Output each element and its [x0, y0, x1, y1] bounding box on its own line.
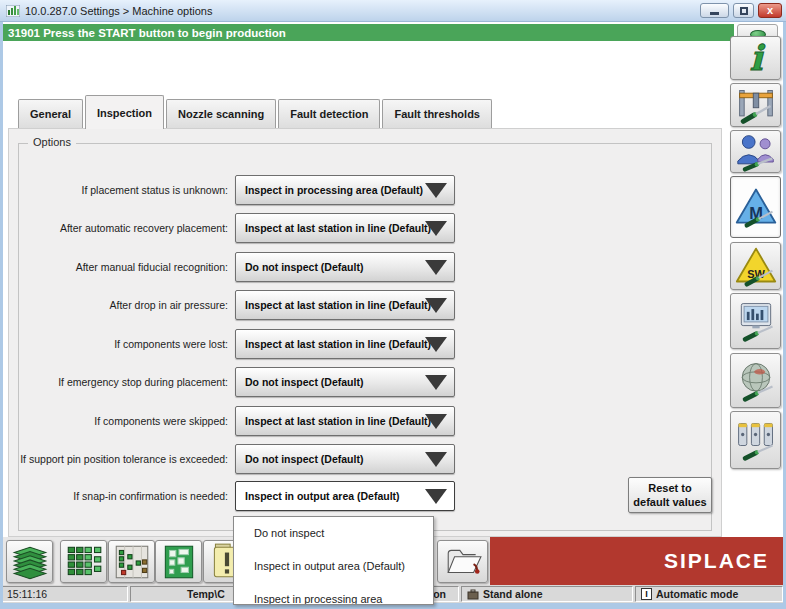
window-title: 10.0.287.0 Settings > Machine options [25, 5, 212, 17]
automatic-mode-icon: I [641, 588, 652, 600]
sidebar-machine-options-button[interactable]: M [730, 176, 781, 238]
user-setup-icon [734, 132, 778, 172]
tab-general[interactable]: General [18, 99, 83, 128]
title-bar: 10.0.287.0 Settings > Machine options x [0, 0, 786, 22]
dropdown-components-lost[interactable]: Inspect at last station in line (Default… [235, 329, 455, 359]
dropdown-emergency-stop[interactable]: Do not inspect (Default) [235, 367, 455, 397]
option-label: After drop in air pressure: [110, 290, 228, 320]
window-controls: x [700, 3, 782, 18]
status-message-bar: 31901 Press the START button to begin pr… [0, 24, 734, 41]
tab-inspection[interactable]: Inspection [85, 95, 164, 129]
component-grid-icon [63, 543, 105, 581]
chevron-down-icon [425, 298, 447, 313]
feeder-status-icon [111, 543, 153, 581]
feeder-status-button[interactable] [108, 540, 155, 583]
pcb-layout-icon [158, 543, 200, 581]
open-folder-icon [441, 543, 485, 581]
sidebar-network-settings-button[interactable] [730, 353, 781, 408]
app-icon [6, 5, 20, 17]
option-row: If components were lost: Inspect at last… [0, 329, 722, 359]
option-row: After automatic recovery placement: Insp… [0, 213, 722, 243]
pcb-layout-button[interactable] [155, 540, 202, 583]
reset-defaults-button[interactable]: Reset to default values [628, 477, 712, 513]
tab-fault-thresholds[interactable]: Fault thresholds [382, 99, 492, 128]
svg-text:i: i [749, 38, 765, 78]
option-row: If support pin position tolerance is exc… [0, 444, 722, 474]
option-row: If emergency stop during placement: Do n… [0, 367, 722, 397]
stand-alone-icon [467, 589, 479, 600]
dropdown-support-pin[interactable]: Do not inspect (Default) [235, 444, 455, 474]
board-stack-button[interactable] [6, 540, 53, 583]
dropdown-option-processing-area[interactable]: Inspect in processing area [234, 583, 433, 605]
dropdown-option-do-not-inspect[interactable]: Do not inspect [234, 517, 433, 550]
maximize-button[interactable] [733, 3, 754, 18]
window-frame-left [0, 22, 3, 609]
option-row: After manual fiducial recognition: Do no… [0, 252, 722, 282]
monitor-settings-icon [734, 299, 778, 343]
close-icon: x [767, 5, 773, 16]
chevron-down-icon [425, 183, 447, 198]
option-label: If components were skipped: [94, 406, 228, 436]
chevron-down-icon [425, 414, 447, 429]
status-mode: I Automatic mode [635, 586, 783, 602]
tab-nozzle-scanning[interactable]: Nozzle scanning [166, 99, 276, 128]
sidebar-user-setup-button[interactable] [730, 130, 781, 173]
sidebar-monitor-settings-button[interactable] [730, 293, 781, 349]
option-label: If support pin position tolerance is exc… [20, 444, 228, 474]
dropdown-air-pressure[interactable]: Inspect at last station in line (Default… [235, 290, 455, 320]
brand-banner: SIPLACE [490, 537, 783, 585]
option-row: After drop in air pressure: Inspect at l… [0, 290, 722, 320]
dropdown-snap-in-confirmation[interactable]: Inspect in output area (Default) [235, 481, 455, 511]
dropdown-option-output-area[interactable]: Inspect in output area (Default) [234, 550, 433, 583]
dropdown-manual-fiducial[interactable]: Do not inspect (Default) [235, 252, 455, 282]
sidebar-station-settings-button[interactable] [730, 411, 781, 469]
status-path-fragment-left: Temp\C [187, 588, 225, 600]
minimize-icon [710, 12, 719, 15]
chevron-down-icon [425, 260, 447, 275]
machine-setup-icon [734, 85, 778, 125]
option-label: After manual fiducial recognition: [76, 252, 228, 282]
option-label: If snap-in confirmation is needed: [73, 481, 228, 511]
network-settings-icon [734, 359, 778, 403]
dropdown-auto-recovery[interactable]: Inspect at last station in line (Default… [235, 213, 455, 243]
option-row: If components were skipped: Inspect at l… [0, 406, 722, 436]
dropdown-components-skipped[interactable]: Inspect at last station in line (Default… [235, 406, 455, 436]
option-row: If snap-in confirmation is needed: Inspe… [0, 481, 722, 511]
sidebar-software-options-button[interactable]: SW [730, 242, 781, 290]
option-label: After automatic recovery placement: [60, 213, 228, 243]
open-folder-button[interactable] [437, 540, 488, 583]
minimize-button[interactable] [700, 3, 729, 18]
option-row: If placement status is unknown: Inspect … [0, 175, 722, 205]
option-label: If components were lost: [114, 329, 228, 359]
dropdown-placement-status[interactable]: Inspect in processing area (Default) [235, 175, 455, 205]
close-button[interactable]: x [758, 3, 782, 18]
chevron-down-icon [425, 489, 447, 504]
brand-logo: SIPLACE [664, 549, 769, 573]
chevron-down-icon [425, 221, 447, 236]
chevron-down-icon [425, 375, 447, 390]
sidebar-machine-setup-button[interactable] [730, 83, 781, 127]
status-standalone: Stand alone [461, 586, 633, 602]
settings-window: 10.0.287.0 Settings > Machine options x … [0, 0, 786, 609]
component-grid-button[interactable] [60, 540, 107, 583]
board-stack-icon [9, 543, 51, 581]
maximize-icon [740, 7, 748, 15]
tab-strip: General Inspection Nozzle scanning Fault… [18, 95, 494, 129]
dropdown-popup: Do not inspect Inspect in output area (D… [233, 516, 434, 605]
software-options-icon: SW [734, 245, 778, 287]
tab-fault-detection[interactable]: Fault detection [278, 99, 380, 128]
options-group-label: Options [28, 136, 76, 148]
station-settings-icon [734, 417, 778, 463]
info-icon: i [734, 38, 778, 78]
machine-options-icon: M [734, 185, 778, 229]
sidebar-info-button[interactable]: i [730, 36, 781, 80]
chevron-down-icon [425, 337, 447, 352]
status-time: 15:11:16 [2, 586, 128, 602]
option-label: If emergency stop during placement: [58, 367, 228, 397]
chevron-down-icon [425, 452, 447, 467]
status-message-text: 31901 Press the START button to begin pr… [8, 27, 286, 39]
option-label: If placement status is unknown: [82, 175, 229, 205]
